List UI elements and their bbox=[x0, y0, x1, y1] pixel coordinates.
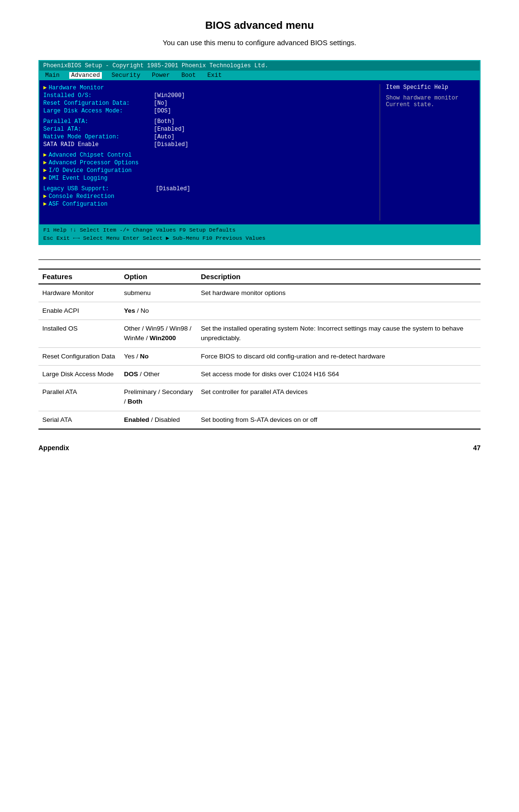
table-cell-option: Preliminary / Secondary / Both bbox=[120, 383, 197, 411]
table-cell-description: Force BIOS to discard old config-uration… bbox=[197, 347, 481, 365]
footer-appendix-label: Appendix bbox=[38, 444, 69, 452]
bios-help-text: Show hardware monitor Current state. bbox=[386, 95, 476, 108]
bios-label-processor-options: Advanced Processor Options bbox=[49, 160, 138, 166]
bios-row-asf-config[interactable]: ► ASF Configuration bbox=[43, 200, 374, 208]
bios-label-sata-raid: SATA RAID Enable bbox=[43, 141, 154, 148]
table-row: Parallel ATA Preliminary / Secondary / B… bbox=[38, 383, 481, 411]
bios-menu-boot[interactable]: Boot bbox=[180, 72, 198, 79]
table-row: Reset Configuration Data Yes / No Force … bbox=[38, 347, 481, 365]
bios-row-parallel-ata[interactable]: Parallel ATA: [Both] bbox=[43, 118, 374, 125]
bios-label-chipset-control: Advanced Chipset Control bbox=[49, 152, 132, 159]
bios-row-installed-os[interactable]: Installed O/S: [Win2000] bbox=[43, 92, 374, 99]
arrow-icon: ► bbox=[43, 85, 47, 91]
table-header-features: Features bbox=[38, 269, 120, 284]
bios-help-title: Item Specific Help bbox=[386, 84, 476, 91]
bios-row-io-device[interactable]: ► I/O Device Configuration bbox=[43, 167, 374, 174]
features-table: Features Option Description Hardware Mon… bbox=[38, 269, 481, 430]
bios-value-legacy-usb: [Disabled] bbox=[156, 185, 190, 192]
bios-main-panel: ► Hardware Monitor Installed O/S: [Win20… bbox=[43, 84, 380, 221]
bios-row-processor-options[interactable]: ► Advanced Processor Options bbox=[43, 159, 374, 167]
bios-label-dmi-logging: DMI Event Logging bbox=[49, 175, 107, 182]
bios-label-reset-config: Reset Configuration Data: bbox=[43, 100, 154, 107]
bios-title-bar: PhoenixBIOS Setup - Copyright 1985-2001 … bbox=[39, 61, 480, 71]
option-bold: No bbox=[140, 353, 148, 360]
arrow-icon-7: ► bbox=[43, 201, 47, 208]
table-cell-feature: Installed OS bbox=[38, 320, 120, 348]
bios-menu-exit[interactable]: Exit bbox=[206, 72, 224, 79]
table-cell-description: Set hardware monitor options bbox=[197, 284, 481, 302]
bios-menu-main[interactable]: Main bbox=[43, 72, 62, 79]
bios-label-installed-os: Installed O/S: bbox=[43, 92, 154, 99]
bios-menu-power[interactable]: Power bbox=[150, 72, 172, 79]
table-cell-description: Set booting from S-ATA devices on or off bbox=[197, 411, 481, 429]
bios-label-native-mode: Native Mode Operation: bbox=[43, 134, 154, 140]
bios-footer: F1 Help ↑↓ Select Item -/+ Change Values… bbox=[39, 224, 480, 244]
table-row: Installed OS Other / Win95 / Win98 / Win… bbox=[38, 320, 481, 348]
table-cell-description bbox=[197, 302, 481, 320]
bios-value-serial-ata: [Enabled] bbox=[154, 126, 185, 133]
bios-row-console-redirect[interactable]: ► Console Redirection bbox=[43, 193, 374, 200]
bios-row-dmi-logging[interactable]: ► DMI Event Logging bbox=[43, 174, 374, 182]
bios-help-panel: Item Specific Help Show hardware monitor… bbox=[380, 84, 476, 221]
page-title: BIOS advanced menu bbox=[38, 19, 481, 32]
arrow-icon-5: ► bbox=[43, 175, 47, 182]
page-subtitle: You can use this menu to configure advan… bbox=[38, 38, 481, 47]
option-bold: Enabled bbox=[124, 416, 149, 423]
option-bold: Win2000 bbox=[149, 334, 176, 342]
table-header-row: Features Option Description bbox=[38, 269, 481, 284]
table-cell-feature: Large Disk Access Mode bbox=[38, 365, 120, 383]
bios-menu-advanced[interactable]: Advanced bbox=[69, 72, 102, 79]
table-cell-option: Yes / No bbox=[120, 302, 197, 320]
table-row: Enable ACPI Yes / No bbox=[38, 302, 481, 320]
bios-label-parallel-ata: Parallel ATA: bbox=[43, 118, 154, 125]
table-row: Serial ATA Enabled / Disabled Set bootin… bbox=[38, 411, 481, 429]
arrow-icon-6: ► bbox=[43, 193, 47, 200]
arrow-icon-3: ► bbox=[43, 160, 47, 166]
table-header-description: Description bbox=[197, 269, 481, 284]
table-cell-option: Yes / No bbox=[120, 347, 197, 365]
option-bold: Both bbox=[128, 398, 143, 405]
table-cell-feature: Reset Configuration Data bbox=[38, 347, 120, 365]
bios-label-serial-ata: Serial ATA: bbox=[43, 126, 154, 133]
bios-footer-line1: F1 Help ↑↓ Select Item -/+ Change Values… bbox=[43, 226, 476, 234]
bios-row-serial-ata[interactable]: Serial ATA: [Enabled] bbox=[43, 125, 374, 133]
table-header-option: Option bbox=[120, 269, 197, 284]
table-row: Large Disk Access Mode DOS / Other Set a… bbox=[38, 365, 481, 383]
page-footer: Appendix 47 bbox=[38, 439, 481, 452]
bios-row-hardware-monitor[interactable]: ► Hardware Monitor bbox=[43, 84, 374, 92]
table-cell-option: Other / Win95 / Win98 / WinMe / Win2000 bbox=[120, 320, 197, 348]
table-cell-feature: Parallel ATA bbox=[38, 383, 120, 411]
bios-label-asf-config: ASF Configuration bbox=[49, 201, 107, 208]
bios-row-sata-raid[interactable]: SATA RAID Enable [Disabled] bbox=[43, 141, 374, 148]
bios-row-legacy-usb[interactable]: Legacy USB Support: [Disabled] bbox=[43, 185, 374, 193]
bios-menu-bar: Main Advanced Security Power Boot Exit bbox=[39, 71, 480, 80]
bios-value-parallel-ata: [Both] bbox=[154, 118, 174, 125]
bios-footer-line2: Esc Exit ←→ Select Menu Enter Select ▶ S… bbox=[43, 234, 476, 242]
table-cell-option: DOS / Other bbox=[120, 365, 197, 383]
section-divider bbox=[38, 259, 481, 260]
table-row: Hardware Monitor submenu Set hardware mo… bbox=[38, 284, 481, 302]
bios-row-large-disk[interactable]: Large Disk Access Mode: [DOS] bbox=[43, 107, 374, 115]
bios-body: ► Hardware Monitor Installed O/S: [Win20… bbox=[39, 80, 480, 224]
bios-label-hardware-monitor: Hardware Monitor bbox=[49, 85, 104, 91]
footer-page-number: 47 bbox=[473, 444, 481, 452]
bios-row-native-mode[interactable]: Native Mode Operation: [Auto] bbox=[43, 133, 374, 141]
bios-menu-security[interactable]: Security bbox=[110, 72, 142, 79]
bios-label-legacy-usb: Legacy USB Support: bbox=[43, 185, 154, 192]
arrow-icon-4: ► bbox=[43, 167, 47, 174]
table-cell-description: Set access mode for disks over C1024 H16… bbox=[197, 365, 481, 383]
bios-row-reset-config[interactable]: Reset Configuration Data: [No] bbox=[43, 99, 374, 107]
bios-value-reset-config: [No] bbox=[154, 100, 168, 107]
bios-screen: PhoenixBIOS Setup - Copyright 1985-2001 … bbox=[38, 60, 481, 245]
bios-value-large-disk: [DOS] bbox=[154, 108, 171, 114]
table-cell-option: submenu bbox=[120, 284, 197, 302]
bios-value-sata-raid: [Disabled] bbox=[154, 141, 188, 148]
table-cell-option: Enabled / Disabled bbox=[120, 411, 197, 429]
bios-row-chipset-control[interactable]: ► Advanced Chipset Control bbox=[43, 151, 374, 159]
table-cell-description: Set the installed operating system Note:… bbox=[197, 320, 481, 348]
bios-value-native-mode: [Auto] bbox=[154, 134, 174, 140]
table-cell-feature: Hardware Monitor bbox=[38, 284, 120, 302]
bios-value-installed-os: [Win2000] bbox=[154, 92, 185, 99]
arrow-icon-2: ► bbox=[43, 152, 47, 159]
table-cell-feature: Serial ATA bbox=[38, 411, 120, 429]
